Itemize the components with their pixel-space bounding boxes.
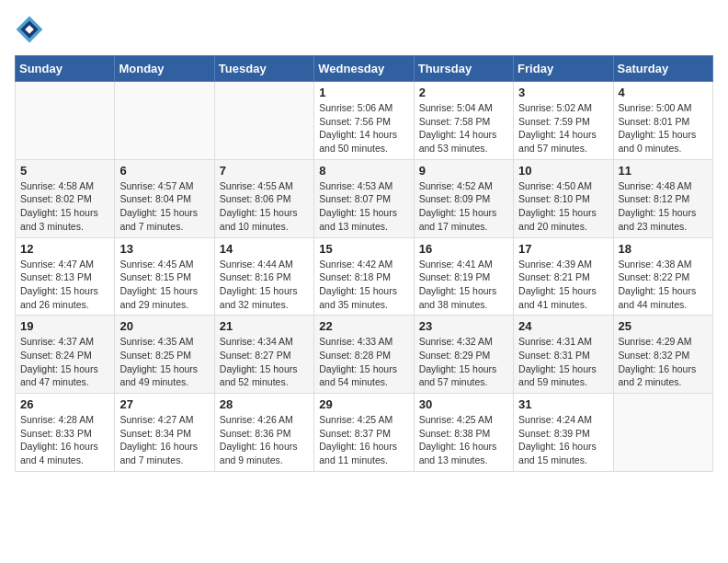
- week-row-5: 26Sunrise: 4:28 AM Sunset: 8:33 PM Dayli…: [16, 394, 713, 472]
- header-cell-sunday: Sunday: [16, 56, 115, 82]
- header-cell-saturday: Saturday: [613, 56, 712, 82]
- day-number: 13: [119, 242, 209, 256]
- day-number: 30: [419, 397, 508, 411]
- day-info: Sunrise: 4:42 AM Sunset: 8:18 PM Dayligh…: [319, 258, 408, 312]
- day-cell: 2Sunrise: 5:04 AM Sunset: 7:58 PM Daylig…: [414, 82, 513, 160]
- day-number: 15: [319, 242, 408, 256]
- day-info: Sunrise: 4:38 AM Sunset: 8:22 PM Dayligh…: [619, 258, 708, 312]
- header-cell-tuesday: Tuesday: [214, 56, 313, 82]
- day-info: Sunrise: 4:32 AM Sunset: 8:29 PM Dayligh…: [419, 335, 508, 389]
- day-number: 8: [319, 164, 408, 178]
- calendar-header: SundayMondayTuesdayWednesdayThursdayFrid…: [16, 56, 713, 82]
- day-info: Sunrise: 4:41 AM Sunset: 8:19 PM Dayligh…: [419, 258, 508, 312]
- header-cell-friday: Friday: [514, 56, 613, 82]
- day-cell: 25Sunrise: 4:29 AM Sunset: 8:32 PM Dayli…: [613, 316, 712, 394]
- day-number: 11: [619, 164, 708, 178]
- day-number: 3: [518, 86, 608, 99]
- day-number: 26: [20, 397, 109, 411]
- day-cell: 28Sunrise: 4:26 AM Sunset: 8:36 PM Dayli…: [214, 394, 313, 472]
- day-info: Sunrise: 4:57 AM Sunset: 8:04 PM Dayligh…: [119, 179, 209, 234]
- day-info: Sunrise: 4:27 AM Sunset: 8:34 PM Dayligh…: [119, 413, 209, 467]
- day-cell: 29Sunrise: 4:25 AM Sunset: 8:37 PM Dayli…: [314, 394, 414, 472]
- day-info: Sunrise: 4:26 AM Sunset: 8:36 PM Dayligh…: [220, 413, 309, 467]
- day-info: Sunrise: 4:31 AM Sunset: 8:31 PM Dayligh…: [518, 335, 608, 389]
- day-cell: 11Sunrise: 4:48 AM Sunset: 8:12 PM Dayli…: [613, 159, 712, 237]
- day-number: 7: [220, 164, 309, 178]
- day-cell: 31Sunrise: 4:24 AM Sunset: 8:39 PM Dayli…: [514, 394, 613, 472]
- day-cell: 1Sunrise: 5:06 AM Sunset: 7:56 PM Daylig…: [314, 82, 414, 160]
- calendar-body: 1Sunrise: 5:06 AM Sunset: 7:56 PM Daylig…: [16, 82, 713, 472]
- header: [15, 15, 713, 44]
- header-cell-monday: Monday: [115, 56, 214, 82]
- day-number: 12: [20, 242, 109, 256]
- day-cell: 16Sunrise: 4:41 AM Sunset: 8:19 PM Dayli…: [414, 237, 513, 316]
- day-cell: 23Sunrise: 4:32 AM Sunset: 8:29 PM Dayli…: [414, 316, 513, 394]
- day-number: 24: [518, 319, 608, 333]
- day-number: 9: [419, 164, 508, 178]
- day-number: 1: [319, 86, 408, 99]
- day-cell: [613, 394, 712, 472]
- day-number: 28: [220, 397, 309, 411]
- day-cell: 18Sunrise: 4:38 AM Sunset: 8:22 PM Dayli…: [613, 237, 712, 316]
- day-cell: 22Sunrise: 4:33 AM Sunset: 8:28 PM Dayli…: [314, 316, 414, 394]
- day-number: 27: [119, 397, 209, 411]
- week-row-4: 19Sunrise: 4:37 AM Sunset: 8:24 PM Dayli…: [16, 316, 713, 394]
- day-info: Sunrise: 4:33 AM Sunset: 8:28 PM Dayligh…: [319, 335, 408, 389]
- calendar-table: SundayMondayTuesdayWednesdayThursdayFrid…: [15, 55, 713, 472]
- day-info: Sunrise: 4:39 AM Sunset: 8:21 PM Dayligh…: [518, 258, 608, 312]
- day-info: Sunrise: 4:48 AM Sunset: 8:12 PM Dayligh…: [619, 179, 708, 234]
- day-number: 14: [220, 242, 309, 256]
- day-number: 31: [518, 397, 608, 411]
- day-info: Sunrise: 4:25 AM Sunset: 8:38 PM Dayligh…: [419, 413, 508, 467]
- day-info: Sunrise: 4:47 AM Sunset: 8:13 PM Dayligh…: [20, 258, 109, 312]
- day-cell: 24Sunrise: 4:31 AM Sunset: 8:31 PM Dayli…: [514, 316, 613, 394]
- day-number: 25: [619, 319, 708, 333]
- day-info: Sunrise: 4:45 AM Sunset: 8:15 PM Dayligh…: [119, 258, 209, 312]
- day-cell: 5Sunrise: 4:58 AM Sunset: 8:02 PM Daylig…: [16, 159, 115, 237]
- day-cell: 4Sunrise: 5:00 AM Sunset: 8:01 PM Daylig…: [613, 82, 712, 160]
- day-cell: 15Sunrise: 4:42 AM Sunset: 8:18 PM Dayli…: [314, 237, 414, 316]
- day-cell: 20Sunrise: 4:35 AM Sunset: 8:25 PM Dayli…: [115, 316, 214, 394]
- week-row-3: 12Sunrise: 4:47 AM Sunset: 8:13 PM Dayli…: [16, 237, 713, 316]
- day-cell: 13Sunrise: 4:45 AM Sunset: 8:15 PM Dayli…: [115, 237, 214, 316]
- day-info: Sunrise: 5:02 AM Sunset: 7:59 PM Dayligh…: [518, 101, 608, 155]
- day-cell: 7Sunrise: 4:55 AM Sunset: 8:06 PM Daylig…: [214, 159, 313, 237]
- day-cell: [115, 82, 214, 160]
- day-cell: [16, 82, 115, 160]
- logo-icon: [15, 15, 44, 44]
- day-cell: 3Sunrise: 5:02 AM Sunset: 7:59 PM Daylig…: [514, 82, 613, 160]
- day-cell: [214, 82, 313, 160]
- week-row-2: 5Sunrise: 4:58 AM Sunset: 8:02 PM Daylig…: [16, 159, 713, 237]
- day-number: 23: [419, 319, 508, 333]
- day-info: Sunrise: 4:37 AM Sunset: 8:24 PM Dayligh…: [20, 335, 109, 389]
- day-cell: 19Sunrise: 4:37 AM Sunset: 8:24 PM Dayli…: [16, 316, 115, 394]
- day-info: Sunrise: 4:29 AM Sunset: 8:32 PM Dayligh…: [619, 335, 708, 389]
- day-cell: 17Sunrise: 4:39 AM Sunset: 8:21 PM Dayli…: [514, 237, 613, 316]
- day-info: Sunrise: 4:52 AM Sunset: 8:09 PM Dayligh…: [419, 179, 508, 234]
- day-cell: 26Sunrise: 4:28 AM Sunset: 8:33 PM Dayli…: [16, 394, 115, 472]
- day-info: Sunrise: 5:04 AM Sunset: 7:58 PM Dayligh…: [419, 101, 508, 155]
- day-info: Sunrise: 4:35 AM Sunset: 8:25 PM Dayligh…: [119, 335, 209, 389]
- day-cell: 8Sunrise: 4:53 AM Sunset: 8:07 PM Daylig…: [314, 159, 414, 237]
- day-info: Sunrise: 4:53 AM Sunset: 8:07 PM Dayligh…: [319, 179, 408, 234]
- day-number: 5: [20, 164, 109, 178]
- header-cell-wednesday: Wednesday: [314, 56, 414, 82]
- day-number: 29: [319, 397, 408, 411]
- day-info: Sunrise: 4:50 AM Sunset: 8:10 PM Dayligh…: [518, 179, 608, 234]
- day-cell: 21Sunrise: 4:34 AM Sunset: 8:27 PM Dayli…: [214, 316, 313, 394]
- week-row-1: 1Sunrise: 5:06 AM Sunset: 7:56 PM Daylig…: [16, 82, 713, 160]
- header-row: SundayMondayTuesdayWednesdayThursdayFrid…: [16, 56, 713, 82]
- day-cell: 6Sunrise: 4:57 AM Sunset: 8:04 PM Daylig…: [115, 159, 214, 237]
- day-info: Sunrise: 4:58 AM Sunset: 8:02 PM Dayligh…: [20, 179, 109, 234]
- day-cell: 14Sunrise: 4:44 AM Sunset: 8:16 PM Dayli…: [214, 237, 313, 316]
- day-info: Sunrise: 4:34 AM Sunset: 8:27 PM Dayligh…: [220, 335, 309, 389]
- logo: [15, 15, 48, 44]
- day-number: 19: [20, 319, 109, 333]
- day-info: Sunrise: 4:28 AM Sunset: 8:33 PM Dayligh…: [20, 413, 109, 467]
- day-number: 6: [119, 164, 209, 178]
- day-number: 18: [619, 242, 708, 256]
- header-cell-thursday: Thursday: [414, 56, 513, 82]
- day-info: Sunrise: 4:24 AM Sunset: 8:39 PM Dayligh…: [518, 413, 608, 467]
- day-number: 20: [119, 319, 209, 333]
- day-number: 16: [419, 242, 508, 256]
